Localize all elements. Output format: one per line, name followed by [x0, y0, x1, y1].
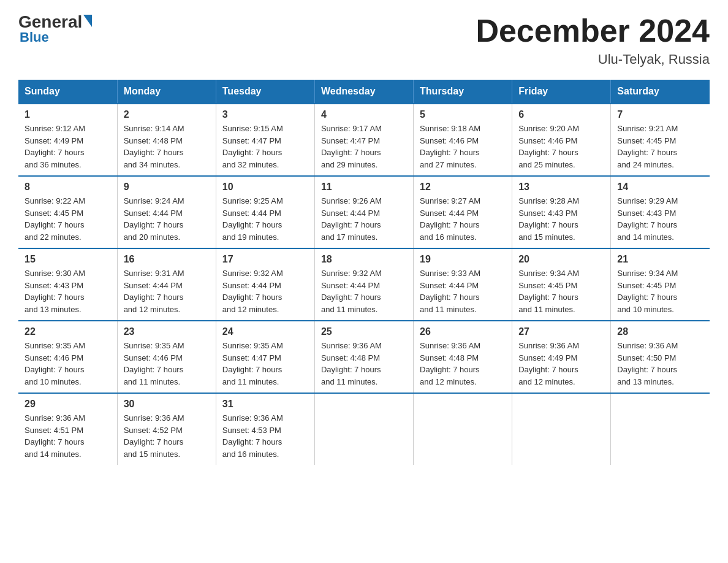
weekday-header-wednesday: Wednesday: [314, 80, 413, 104]
calendar-cell: 26Sunrise: 9:36 AMSunset: 4:48 PMDayligh…: [414, 321, 512, 393]
calendar-cell: 14Sunrise: 9:29 AMSunset: 4:43 PMDayligh…: [611, 176, 710, 248]
day-info: Sunrise: 9:25 AMSunset: 4:44 PMDaylight:…: [222, 195, 308, 243]
location-subtitle: Ulu-Telyak, Russia: [476, 52, 710, 67]
day-info: Sunrise: 9:28 AMSunset: 4:43 PMDaylight:…: [518, 195, 604, 243]
day-info: Sunrise: 9:29 AMSunset: 4:43 PMDaylight:…: [617, 195, 703, 243]
day-info: Sunrise: 9:26 AMSunset: 4:44 PMDaylight:…: [321, 195, 407, 243]
calendar-cell: 11Sunrise: 9:26 AMSunset: 4:44 PMDayligh…: [314, 176, 413, 248]
weekday-header-saturday: Saturday: [611, 80, 710, 104]
logo: General Blue: [18, 12, 92, 45]
title-section: December 2024 Ulu-Telyak, Russia: [476, 12, 710, 67]
day-number: 5: [420, 109, 506, 120]
calendar-header: SundayMondayTuesdayWednesdayThursdayFrid…: [18, 80, 710, 104]
day-number: 10: [222, 182, 308, 193]
calendar-cell: 22Sunrise: 9:35 AMSunset: 4:46 PMDayligh…: [18, 321, 117, 393]
calendar-cell: 1Sunrise: 9:12 AMSunset: 4:49 PMDaylight…: [18, 104, 117, 176]
day-number: 26: [420, 326, 506, 337]
day-info: Sunrise: 9:34 AMSunset: 4:45 PMDaylight:…: [617, 267, 703, 315]
day-number: 30: [124, 399, 210, 410]
day-number: 1: [25, 109, 111, 120]
calendar-cell: [512, 393, 611, 465]
calendar-cell: 5Sunrise: 9:18 AMSunset: 4:46 PMDaylight…: [414, 104, 512, 176]
day-info: Sunrise: 9:32 AMSunset: 4:44 PMDaylight:…: [222, 267, 308, 315]
calendar-cell: 12Sunrise: 9:27 AMSunset: 4:44 PMDayligh…: [414, 176, 512, 248]
calendar-cell: 27Sunrise: 9:36 AMSunset: 4:49 PMDayligh…: [512, 321, 611, 393]
calendar-cell: 21Sunrise: 9:34 AMSunset: 4:45 PMDayligh…: [611, 248, 710, 321]
calendar-cell: 25Sunrise: 9:36 AMSunset: 4:48 PMDayligh…: [314, 321, 413, 393]
day-info: Sunrise: 9:21 AMSunset: 4:45 PMDaylight:…: [617, 123, 703, 170]
day-number: 14: [617, 182, 703, 193]
weekday-header-row: SundayMondayTuesdayWednesdayThursdayFrid…: [18, 80, 710, 104]
day-number: 8: [25, 182, 111, 193]
day-number: 7: [617, 109, 703, 120]
day-info: Sunrise: 9:36 AMSunset: 4:50 PMDaylight:…: [617, 340, 703, 388]
calendar-cell: 23Sunrise: 9:35 AMSunset: 4:46 PMDayligh…: [117, 321, 216, 393]
day-number: 29: [25, 399, 111, 410]
calendar-cell: 17Sunrise: 9:32 AMSunset: 4:44 PMDayligh…: [216, 248, 314, 321]
day-number: 21: [617, 254, 703, 265]
calendar-cell: 2Sunrise: 9:14 AMSunset: 4:48 PMDaylight…: [117, 104, 216, 176]
day-info: Sunrise: 9:31 AMSunset: 4:44 PMDaylight:…: [124, 267, 210, 315]
day-info: Sunrise: 9:15 AMSunset: 4:47 PMDaylight:…: [222, 123, 308, 170]
day-info: Sunrise: 9:27 AMSunset: 4:44 PMDaylight:…: [420, 195, 506, 243]
calendar-cell: 31Sunrise: 9:36 AMSunset: 4:53 PMDayligh…: [216, 393, 314, 465]
logo-triangle-icon: [83, 15, 92, 27]
weekday-header-thursday: Thursday: [414, 80, 512, 104]
day-info: Sunrise: 9:36 AMSunset: 4:52 PMDaylight:…: [124, 412, 210, 460]
weekday-header-friday: Friday: [512, 80, 611, 104]
logo-blue-text: Blue: [20, 29, 49, 45]
calendar-week-row: 15Sunrise: 9:30 AMSunset: 4:43 PMDayligh…: [18, 248, 710, 321]
day-info: Sunrise: 9:20 AMSunset: 4:46 PMDaylight:…: [518, 123, 604, 170]
calendar-table: SundayMondayTuesdayWednesdayThursdayFrid…: [18, 80, 710, 465]
calendar-cell: 20Sunrise: 9:34 AMSunset: 4:45 PMDayligh…: [512, 248, 611, 321]
day-info: Sunrise: 9:18 AMSunset: 4:46 PMDaylight:…: [420, 123, 506, 170]
calendar-cell: 13Sunrise: 9:28 AMSunset: 4:43 PMDayligh…: [512, 176, 611, 248]
day-info: Sunrise: 9:24 AMSunset: 4:44 PMDaylight:…: [124, 195, 210, 243]
calendar-cell: 10Sunrise: 9:25 AMSunset: 4:44 PMDayligh…: [216, 176, 314, 248]
day-info: Sunrise: 9:34 AMSunset: 4:45 PMDaylight:…: [518, 267, 604, 315]
day-info: Sunrise: 9:36 AMSunset: 4:49 PMDaylight:…: [518, 340, 604, 388]
day-number: 25: [321, 326, 407, 337]
month-title: December 2024: [476, 12, 710, 49]
day-info: Sunrise: 9:17 AMSunset: 4:47 PMDaylight:…: [321, 123, 407, 170]
calendar-cell: 6Sunrise: 9:20 AMSunset: 4:46 PMDaylight…: [512, 104, 611, 176]
calendar-cell: 7Sunrise: 9:21 AMSunset: 4:45 PMDaylight…: [611, 104, 710, 176]
day-number: 3: [222, 109, 308, 120]
calendar-body: 1Sunrise: 9:12 AMSunset: 4:49 PMDaylight…: [18, 104, 710, 465]
day-number: 9: [124, 182, 210, 193]
day-number: 12: [420, 182, 506, 193]
day-number: 24: [222, 326, 308, 337]
day-info: Sunrise: 9:22 AMSunset: 4:45 PMDaylight:…: [25, 195, 111, 243]
day-info: Sunrise: 9:36 AMSunset: 4:48 PMDaylight:…: [321, 340, 407, 388]
calendar-week-row: 29Sunrise: 9:36 AMSunset: 4:51 PMDayligh…: [18, 393, 710, 465]
day-info: Sunrise: 9:35 AMSunset: 4:46 PMDaylight:…: [25, 340, 111, 388]
day-info: Sunrise: 9:32 AMSunset: 4:44 PMDaylight:…: [321, 267, 407, 315]
day-info: Sunrise: 9:14 AMSunset: 4:48 PMDaylight:…: [124, 123, 210, 170]
day-number: 17: [222, 254, 308, 265]
calendar-cell: [414, 393, 512, 465]
day-info: Sunrise: 9:12 AMSunset: 4:49 PMDaylight:…: [25, 123, 111, 170]
calendar-cell: [611, 393, 710, 465]
day-number: 2: [124, 109, 210, 120]
day-number: 16: [124, 254, 210, 265]
calendar-cell: 15Sunrise: 9:30 AMSunset: 4:43 PMDayligh…: [18, 248, 117, 321]
calendar-cell: 19Sunrise: 9:33 AMSunset: 4:44 PMDayligh…: [414, 248, 512, 321]
day-info: Sunrise: 9:35 AMSunset: 4:46 PMDaylight:…: [124, 340, 210, 388]
calendar-week-row: 22Sunrise: 9:35 AMSunset: 4:46 PMDayligh…: [18, 321, 710, 393]
calendar-cell: 29Sunrise: 9:36 AMSunset: 4:51 PMDayligh…: [18, 393, 117, 465]
day-info: Sunrise: 9:33 AMSunset: 4:44 PMDaylight:…: [420, 267, 506, 315]
calendar-cell: 9Sunrise: 9:24 AMSunset: 4:44 PMDaylight…: [117, 176, 216, 248]
day-info: Sunrise: 9:35 AMSunset: 4:47 PMDaylight:…: [222, 340, 308, 388]
calendar-cell: 24Sunrise: 9:35 AMSunset: 4:47 PMDayligh…: [216, 321, 314, 393]
day-number: 13: [518, 182, 604, 193]
day-number: 4: [321, 109, 407, 120]
calendar-cell: 28Sunrise: 9:36 AMSunset: 4:50 PMDayligh…: [611, 321, 710, 393]
day-number: 31: [222, 399, 308, 410]
day-number: 6: [518, 109, 604, 120]
page-header: General Blue December 2024 Ulu-Telyak, R…: [18, 12, 710, 67]
day-number: 27: [518, 326, 604, 337]
day-number: 15: [25, 254, 111, 265]
calendar-cell: 3Sunrise: 9:15 AMSunset: 4:47 PMDaylight…: [216, 104, 314, 176]
calendar-week-row: 1Sunrise: 9:12 AMSunset: 4:49 PMDaylight…: [18, 104, 710, 176]
weekday-header-tuesday: Tuesday: [216, 80, 314, 104]
